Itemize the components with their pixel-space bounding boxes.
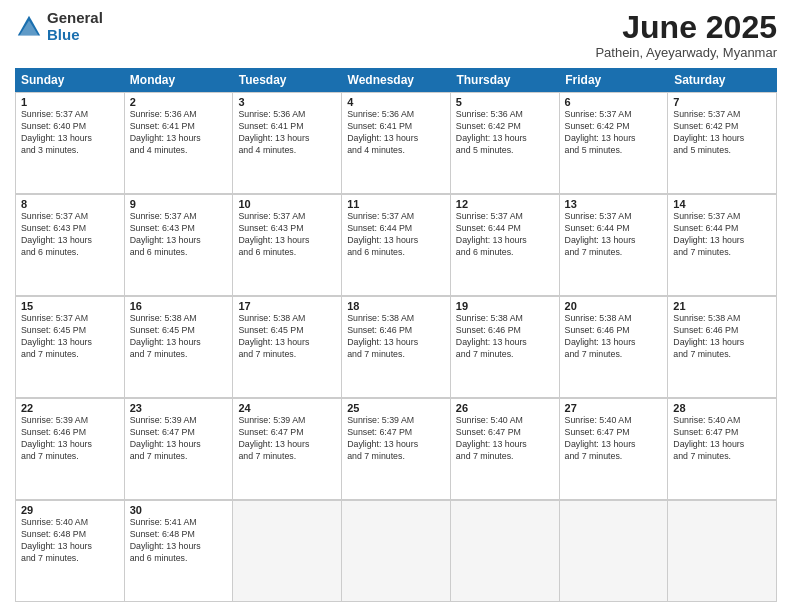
header-friday: Friday [559, 68, 668, 92]
day-info: Sunrise: 5:37 AMSunset: 6:44 PMDaylight:… [673, 211, 771, 259]
day-info: Sunrise: 5:38 AMSunset: 6:46 PMDaylight:… [565, 313, 663, 361]
calendar-cell: 20Sunrise: 5:38 AMSunset: 6:46 PMDayligh… [560, 297, 669, 398]
calendar-cell: 24Sunrise: 5:39 AMSunset: 6:47 PMDayligh… [233, 399, 342, 500]
day-info: Sunrise: 5:36 AMSunset: 6:41 PMDaylight:… [238, 109, 336, 157]
day-number: 30 [130, 504, 228, 516]
day-info: Sunrise: 5:36 AMSunset: 6:41 PMDaylight:… [347, 109, 445, 157]
day-number: 13 [565, 198, 663, 210]
day-info: Sunrise: 5:37 AMSunset: 6:43 PMDaylight:… [238, 211, 336, 259]
calendar-cell: 23Sunrise: 5:39 AMSunset: 6:47 PMDayligh… [125, 399, 234, 500]
day-info: Sunrise: 5:36 AMSunset: 6:41 PMDaylight:… [130, 109, 228, 157]
day-info: Sunrise: 5:39 AMSunset: 6:47 PMDaylight:… [347, 415, 445, 463]
day-number: 25 [347, 402, 445, 414]
day-number: 11 [347, 198, 445, 210]
calendar-cell: 9Sunrise: 5:37 AMSunset: 6:43 PMDaylight… [125, 195, 234, 296]
day-number: 2 [130, 96, 228, 108]
header-tuesday: Tuesday [233, 68, 342, 92]
day-number: 19 [456, 300, 554, 312]
calendar-row: 29Sunrise: 5:40 AMSunset: 6:48 PMDayligh… [15, 500, 777, 602]
header-thursday: Thursday [450, 68, 559, 92]
day-info: Sunrise: 5:39 AMSunset: 6:46 PMDaylight:… [21, 415, 119, 463]
day-number: 20 [565, 300, 663, 312]
calendar-row: 15Sunrise: 5:37 AMSunset: 6:45 PMDayligh… [15, 296, 777, 398]
calendar-header: Sunday Monday Tuesday Wednesday Thursday… [15, 68, 777, 92]
calendar-cell: 14Sunrise: 5:37 AMSunset: 6:44 PMDayligh… [668, 195, 777, 296]
calendar-body: 1Sunrise: 5:37 AMSunset: 6:40 PMDaylight… [15, 92, 777, 602]
calendar-row: 8Sunrise: 5:37 AMSunset: 6:43 PMDaylight… [15, 194, 777, 296]
calendar-cell [233, 501, 342, 602]
day-number: 4 [347, 96, 445, 108]
day-info: Sunrise: 5:41 AMSunset: 6:48 PMDaylight:… [130, 517, 228, 565]
calendar-cell [451, 501, 560, 602]
day-number: 7 [673, 96, 771, 108]
calendar-cell: 6Sunrise: 5:37 AMSunset: 6:42 PMDaylight… [560, 93, 669, 194]
calendar-cell: 1Sunrise: 5:37 AMSunset: 6:40 PMDaylight… [16, 93, 125, 194]
month-title: June 2025 [595, 10, 777, 45]
day-number: 8 [21, 198, 119, 210]
day-number: 28 [673, 402, 771, 414]
header-sunday: Sunday [15, 68, 124, 92]
day-info: Sunrise: 5:36 AMSunset: 6:42 PMDaylight:… [456, 109, 554, 157]
calendar-cell: 17Sunrise: 5:38 AMSunset: 6:45 PMDayligh… [233, 297, 342, 398]
calendar-cell: 26Sunrise: 5:40 AMSunset: 6:47 PMDayligh… [451, 399, 560, 500]
header-monday: Monday [124, 68, 233, 92]
calendar-cell: 13Sunrise: 5:37 AMSunset: 6:44 PMDayligh… [560, 195, 669, 296]
day-number: 23 [130, 402, 228, 414]
day-info: Sunrise: 5:38 AMSunset: 6:46 PMDaylight:… [456, 313, 554, 361]
header: General Blue June 2025 Pathein, Ayeyarwa… [15, 10, 777, 60]
day-number: 24 [238, 402, 336, 414]
calendar-cell: 29Sunrise: 5:40 AMSunset: 6:48 PMDayligh… [16, 501, 125, 602]
day-number: 18 [347, 300, 445, 312]
calendar-cell [342, 501, 451, 602]
day-info: Sunrise: 5:37 AMSunset: 6:40 PMDaylight:… [21, 109, 119, 157]
day-info: Sunrise: 5:38 AMSunset: 6:46 PMDaylight:… [673, 313, 771, 361]
calendar-cell: 16Sunrise: 5:38 AMSunset: 6:45 PMDayligh… [125, 297, 234, 398]
calendar-cell: 3Sunrise: 5:36 AMSunset: 6:41 PMDaylight… [233, 93, 342, 194]
calendar-cell: 11Sunrise: 5:37 AMSunset: 6:44 PMDayligh… [342, 195, 451, 296]
day-number: 22 [21, 402, 119, 414]
day-number: 1 [21, 96, 119, 108]
day-number: 14 [673, 198, 771, 210]
calendar-cell: 28Sunrise: 5:40 AMSunset: 6:47 PMDayligh… [668, 399, 777, 500]
day-info: Sunrise: 5:37 AMSunset: 6:45 PMDaylight:… [21, 313, 119, 361]
calendar-cell: 27Sunrise: 5:40 AMSunset: 6:47 PMDayligh… [560, 399, 669, 500]
day-info: Sunrise: 5:40 AMSunset: 6:47 PMDaylight:… [456, 415, 554, 463]
day-number: 12 [456, 198, 554, 210]
day-number: 15 [21, 300, 119, 312]
day-number: 5 [456, 96, 554, 108]
calendar-cell: 22Sunrise: 5:39 AMSunset: 6:46 PMDayligh… [16, 399, 125, 500]
calendar-cell: 10Sunrise: 5:37 AMSunset: 6:43 PMDayligh… [233, 195, 342, 296]
day-info: Sunrise: 5:37 AMSunset: 6:42 PMDaylight:… [673, 109, 771, 157]
day-info: Sunrise: 5:37 AMSunset: 6:44 PMDaylight:… [456, 211, 554, 259]
day-number: 17 [238, 300, 336, 312]
calendar-cell: 15Sunrise: 5:37 AMSunset: 6:45 PMDayligh… [16, 297, 125, 398]
calendar-cell: 19Sunrise: 5:38 AMSunset: 6:46 PMDayligh… [451, 297, 560, 398]
calendar-cell: 7Sunrise: 5:37 AMSunset: 6:42 PMDaylight… [668, 93, 777, 194]
day-info: Sunrise: 5:37 AMSunset: 6:43 PMDaylight:… [130, 211, 228, 259]
logo-text: General Blue [47, 10, 103, 43]
logo-general: General [47, 10, 103, 27]
day-number: 29 [21, 504, 119, 516]
day-info: Sunrise: 5:37 AMSunset: 6:43 PMDaylight:… [21, 211, 119, 259]
header-saturday: Saturday [668, 68, 777, 92]
logo-blue: Blue [47, 27, 103, 44]
day-info: Sunrise: 5:40 AMSunset: 6:47 PMDaylight:… [565, 415, 663, 463]
calendar-cell: 18Sunrise: 5:38 AMSunset: 6:46 PMDayligh… [342, 297, 451, 398]
day-number: 3 [238, 96, 336, 108]
day-info: Sunrise: 5:39 AMSunset: 6:47 PMDaylight:… [130, 415, 228, 463]
day-number: 6 [565, 96, 663, 108]
day-number: 16 [130, 300, 228, 312]
day-info: Sunrise: 5:37 AMSunset: 6:44 PMDaylight:… [565, 211, 663, 259]
day-info: Sunrise: 5:37 AMSunset: 6:44 PMDaylight:… [347, 211, 445, 259]
day-info: Sunrise: 5:40 AMSunset: 6:47 PMDaylight:… [673, 415, 771, 463]
calendar-cell: 4Sunrise: 5:36 AMSunset: 6:41 PMDaylight… [342, 93, 451, 194]
location-subtitle: Pathein, Ayeyarwady, Myanmar [595, 45, 777, 60]
calendar-cell: 8Sunrise: 5:37 AMSunset: 6:43 PMDaylight… [16, 195, 125, 296]
page: General Blue June 2025 Pathein, Ayeyarwa… [0, 0, 792, 612]
header-wednesday: Wednesday [342, 68, 451, 92]
calendar-row: 1Sunrise: 5:37 AMSunset: 6:40 PMDaylight… [15, 92, 777, 194]
calendar-cell: 5Sunrise: 5:36 AMSunset: 6:42 PMDaylight… [451, 93, 560, 194]
logo: General Blue [15, 10, 103, 43]
calendar-cell: 12Sunrise: 5:37 AMSunset: 6:44 PMDayligh… [451, 195, 560, 296]
day-info: Sunrise: 5:40 AMSunset: 6:48 PMDaylight:… [21, 517, 119, 565]
